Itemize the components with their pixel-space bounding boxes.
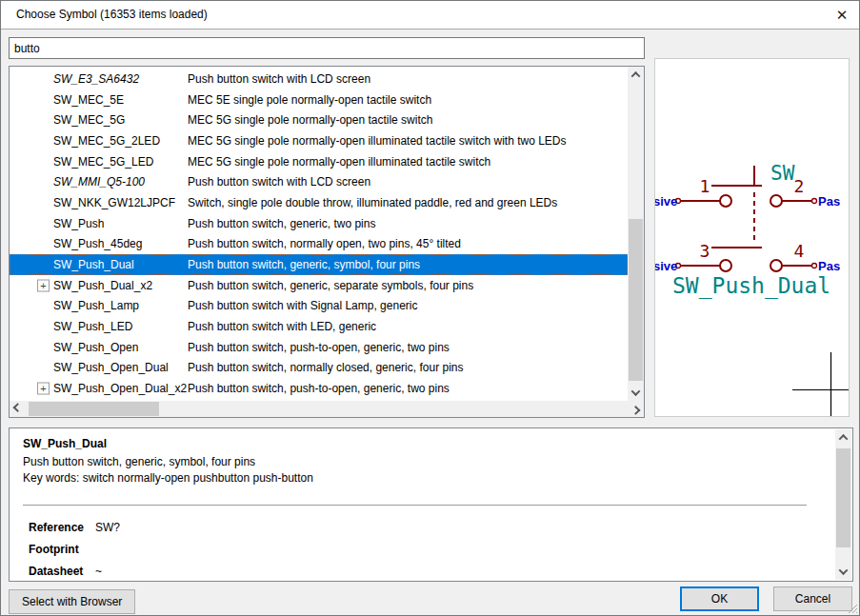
pin-label-left-top: sive [655,194,677,209]
list-item[interactable]: SW_MEC_5G_2LED MEC 5G single pole normal… [10,130,628,151]
symbol-description: Push button switch, generic, symbol, fou… [188,258,420,271]
symbol-name: SW_Push_Dual_x2 [53,279,152,292]
symbol-name: SW_Push_Dual [53,258,134,271]
list-item[interactable]: SW_E3_SA6432 Push button switch with LCD… [10,69,628,89]
scroll-up-icon[interactable] [835,429,851,446]
list-item[interactable]: SW_MEC_5G_LED MEC 5G single pole normall… [10,151,628,172]
symbol-name: SW_Push_LED [53,320,132,333]
vertical-scroll-thumb[interactable] [629,219,643,381]
scroll-up-icon[interactable] [628,67,644,83]
list-item[interactable]: SW_Push_Open_Dual Push button switch, no… [10,358,628,379]
list-item[interactable]: SW_NKK_GW12LJPCF Switch, single pole dou… [10,192,628,213]
symbol-description: Push button switch, normally closed, gen… [188,361,463,374]
symbol-name: SW_NKK_GW12LJPCF [53,196,175,209]
pin-number-2: 2 [794,176,805,196]
dialog-title: Choose Symbol (16353 items loaded) [16,1,208,29]
list-item[interactable]: + SW_Push_Dual_x2 Push button switch, ge… [10,275,628,296]
field-label: Datasheet [29,565,95,578]
scroll-down-icon[interactable] [628,385,644,401]
symbol-description: Push button switch with LCD screen [188,72,370,86]
pin-number-1: 1 [700,176,710,196]
list-horizontal-scrollbar[interactable] [10,401,644,417]
field-datasheet: Datasheet~ [29,565,814,578]
list-item[interactable]: SW_Push Push button switch, generic, two… [10,213,628,234]
symbol-name: SW_Push_Lamp [53,299,139,312]
symbol-description: MEC 5G single pole normally-open tactile… [188,113,432,127]
list-item-selected[interactable]: SW_Push_Dual Push button switch, generic… [10,254,628,275]
symbol-name: SW_Push_Open [53,341,138,354]
details-scrollbar[interactable] [835,429,851,580]
symbol-description: Push button switch with Signal Lamp, gen… [188,299,417,312]
pin-number-3: 3 [700,241,710,261]
details-scroll-thumb[interactable] [836,448,850,547]
symbol-description: MEC 5E single pole normally-open tactile… [188,93,431,107]
details-panel: SW_Push_Dual Push button switch, generic… [9,427,853,582]
list-item[interactable]: SW_Push_Open Push button switch, push-to… [10,337,628,358]
scroll-right-icon[interactable] [628,401,644,417]
symbol-name: SW_Push_45deg [53,237,142,250]
cancel-button[interactable]: Cancel [773,586,852,611]
symbol-name: SW_MEC_5G_LED [53,155,153,169]
list-item[interactable]: SW_Push_Lamp Push button switch with Sig… [10,296,628,317]
symbol-description: Push button switch, generic, separate sy… [188,279,473,292]
scroll-down-icon[interactable] [835,564,851,580]
symbol-description: MEC 5G single pole normally-open illumin… [188,155,490,169]
titlebar: Choose Symbol (16353 items loaded) ✕ [1,1,859,30]
list-item[interactable]: + SW_Push_Open_Dual_x2 Push button switc… [10,378,628,399]
list-item[interactable]: SW_Push_LED Push button switch with LED,… [10,316,628,337]
pin-label-right-top: Pas [818,194,840,209]
symbol-drawing: 1 2 3 4 sive Pas sive Pas SW SW_Push_Dua… [655,59,849,416]
pin-number-4: 4 [794,241,805,261]
list-item[interactable]: SW_MMI_Q5-100 Push button switch with LC… [10,171,628,192]
field-value: ~ [95,565,102,578]
ok-button[interactable]: OK [680,586,759,611]
symbol-description: Push button switch, normally open, two p… [188,237,461,250]
symbol-reference: SW [770,162,795,185]
symbol-value: SW_Push_Dual [672,273,830,299]
symbol-description: Switch, single pole double throw, illumi… [188,196,557,209]
details-description: Push button switch, generic, symbol, fou… [23,454,814,470]
field-value: SW? [95,521,120,534]
symbol-description: Push button switch with LED, generic [188,320,376,333]
select-with-browser-button[interactable]: Select with Browser [9,589,135,614]
expand-icon[interactable]: + [37,383,50,395]
field-footprint: Footprint [29,543,814,556]
symbol-name: SW_E3_SA6432 [53,72,139,86]
symbol-description: Push button switch with LCD screen [188,175,370,189]
symbol-name: SW_MMI_Q5-100 [53,175,145,189]
field-label: Reference [29,521,95,534]
symbol-name: SW_Push_Open_Dual [53,361,169,374]
close-icon[interactable]: ✕ [830,4,853,27]
symbol-name: SW_MEC_5G_2LED [53,134,160,148]
choose-symbol-dialog: Choose Symbol (16353 items loaded) ✕ SW_… [0,0,860,616]
divider [23,505,807,506]
symbol-description: Push button switch, generic, two pins [188,217,375,230]
symbol-list: SW_E3_SA6432 Push button switch with LCD… [9,66,645,418]
symbol-name: SW_MEC_5E [53,93,124,107]
symbol-rows: SW_E3_SA6432 Push button switch with LCD… [10,69,628,399]
resize-grip-icon[interactable] [846,602,857,613]
details-keywords: Key words: switch normally-open pushbutt… [23,470,814,487]
symbol-name: SW_MEC_5G [53,113,125,127]
symbol-description: Push button switch, push-to-open, generi… [188,382,450,395]
list-vertical-scrollbar[interactable] [628,67,644,401]
horizontal-scroll-thumb[interactable] [29,402,159,416]
field-reference: ReferenceSW? [29,521,814,534]
symbol-name: SW_Push [53,217,104,230]
symbol-description: Push button switch, push-to-open, generi… [188,341,450,354]
list-item[interactable]: SW_Push_45deg Push button switch, normal… [10,234,628,255]
field-label: Footprint [29,543,95,556]
details-title: SW_Push_Dual [23,437,814,450]
pin-label-left-bottom: sive [655,259,677,273]
symbol-description: MEC 5G single pole normally-open illumin… [188,134,567,148]
list-item[interactable]: SW_MEC_5G MEC 5G single pole normally-op… [10,109,628,130]
symbol-preview: 1 2 3 4 sive Pas sive Pas SW SW_Push_Dua… [654,58,850,417]
symbol-name: SW_Push_Open_Dual_x2 [53,382,187,395]
expand-icon[interactable]: + [37,279,50,291]
scroll-left-icon[interactable] [10,401,26,417]
pin-label-right-bottom: Pas [818,259,840,273]
search-input[interactable] [9,37,645,59]
list-item[interactable]: SW_MEC_5E MEC 5E single pole normally-op… [10,89,628,110]
